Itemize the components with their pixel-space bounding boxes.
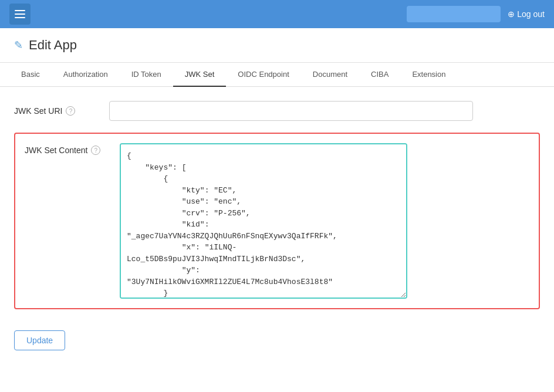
edit-app-icon: ✎ xyxy=(14,39,23,52)
jwk-content-label-text: JWK Set Content xyxy=(25,146,87,155)
tab-basic[interactable]: Basic xyxy=(9,63,52,87)
jwk-set-uri-help-icon[interactable]: ? xyxy=(66,106,75,116)
hamburger-line-3 xyxy=(15,17,25,18)
hamburger-line-2 xyxy=(15,13,25,15)
logout-button[interactable]: ⊕ Log out xyxy=(508,9,545,19)
logout-icon: ⊕ xyxy=(508,9,515,19)
hamburger-button[interactable] xyxy=(9,4,31,25)
tab-document[interactable]: Document xyxy=(301,63,359,87)
tab-oidc-endpoint[interactable]: OIDC Endpoint xyxy=(226,63,300,87)
navbar-left xyxy=(9,4,31,25)
jwk-set-uri-input[interactable] xyxy=(109,101,473,121)
tabs-bar: Basic Authorization ID Token JWK Set OID… xyxy=(0,63,554,87)
page-title: Edit App xyxy=(29,38,77,53)
page-container: ✎ Edit App Basic Authorization ID Token … xyxy=(0,28,554,392)
tab-jwk-set[interactable]: JWK Set xyxy=(173,63,227,87)
jwk-content-help-icon[interactable]: ? xyxy=(91,146,100,155)
jwk-content-section: JWK Set Content ? xyxy=(14,133,540,309)
jwk-set-content-textarea[interactable] xyxy=(120,143,407,299)
jwk-content-label: JWK Set Content ? xyxy=(25,143,113,155)
nav-search-input[interactable] xyxy=(407,6,501,22)
jwk-set-uri-row: JWK Set URI ? xyxy=(14,101,540,121)
tab-id-token[interactable]: ID Token xyxy=(120,63,173,87)
tab-ciba[interactable]: CIBA xyxy=(359,63,400,87)
jwk-set-uri-label-text: JWK Set URI xyxy=(14,106,62,116)
jwk-set-uri-label: JWK Set URI ? xyxy=(14,106,102,116)
navbar: ⊕ Log out xyxy=(0,0,554,28)
main-content: JWK Set URI ? JWK Set Content ? Update xyxy=(0,87,554,364)
page-header: ✎ Edit App xyxy=(0,28,554,63)
tab-extension[interactable]: Extension xyxy=(400,63,457,87)
logout-label: Log out xyxy=(517,9,545,19)
update-button[interactable]: Update xyxy=(14,330,65,350)
hamburger-line-1 xyxy=(15,10,25,11)
navbar-right: ⊕ Log out xyxy=(407,6,545,22)
tab-authorization[interactable]: Authorization xyxy=(52,63,120,87)
